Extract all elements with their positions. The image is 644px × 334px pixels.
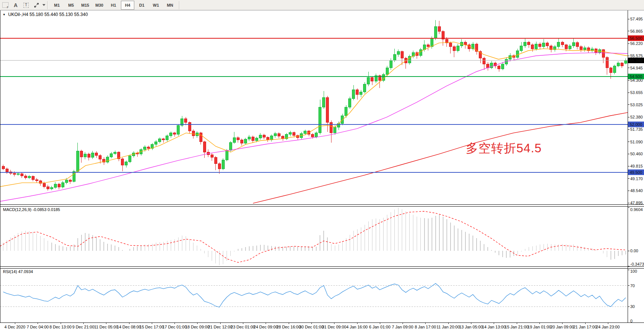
trading-platform-window: F A T M1M5M15M30H1H4D1W1MN ▼ UKOil-,H4 5… — [0, 0, 644, 334]
candle-up — [434, 27, 437, 38]
main-chart-canvas[interactable]: 57.49556.86556.22055.57554.94554.30053.6… — [0, 10, 644, 205]
macd-canvas[interactable]: 0.96040.00-0.3473 — [0, 207, 644, 266]
candle-down — [293, 132, 295, 135]
rsi-axis-label: 70 — [630, 283, 635, 288]
time-axis-label: 15 Dec 17:00 — [140, 325, 164, 329]
toolbar-separator — [47, 1, 48, 9]
candle-up — [65, 180, 68, 183]
level-badge-label: 56.500 — [630, 36, 643, 40]
time-tick-mark — [494, 323, 494, 324]
time-axis-label: 7 Jan 09:00 — [392, 325, 413, 329]
timeframe-button-m1[interactable]: M1 — [50, 1, 64, 10]
candle-up — [170, 133, 172, 136]
time-tick-mark — [403, 323, 403, 324]
time-tick-mark — [448, 323, 449, 324]
time-tick-mark — [83, 323, 84, 324]
candle-up — [367, 77, 370, 84]
text-label-icon[interactable]: T — [21, 1, 31, 9]
candle-up — [524, 42, 526, 46]
candle-down — [192, 131, 195, 136]
timeframe-button-m5[interactable]: M5 — [64, 1, 78, 10]
timeframe-group: M1M5M15M30H1H4D1W1MN — [50, 1, 177, 10]
macd-signal-line — [0, 211, 625, 263]
time-axis-label: 15 Jan 21:00 — [505, 325, 529, 329]
time-tick-mark — [334, 323, 334, 324]
rsi-canvas[interactable]: 10070300 — [0, 268, 644, 322]
candle-down — [453, 47, 455, 51]
candle-up — [583, 48, 586, 50]
rsi-axis-label: 0 — [630, 319, 632, 322]
candle-up — [393, 55, 396, 60]
candle-down — [203, 142, 206, 152]
candle-up — [166, 136, 169, 140]
time-axis-label: 23 Dec 01:00 — [231, 325, 255, 329]
chart-text-annotation[interactable]: 多空转折54.5 — [466, 140, 542, 157]
panel-divider[interactable] — [0, 266, 644, 267]
candle-down — [99, 155, 102, 159]
time-tick-mark — [311, 323, 312, 324]
price-axis-label: 57.495 — [630, 17, 643, 21]
time-axis-label: 18 Dec 09:00 — [185, 325, 209, 329]
ma-slow-line — [253, 113, 628, 203]
timeframe-button-m15[interactable]: M15 — [79, 1, 92, 10]
candle-down — [528, 42, 530, 45]
candle-down — [121, 159, 124, 165]
candle-up — [274, 133, 276, 136]
candle-down — [173, 133, 176, 134]
candle-down — [237, 138, 239, 140]
candle-down — [621, 63, 623, 66]
time-axis[interactable]: 4 Dec 20207 Dec 04:008 Dec 13:009 Dec 21… — [0, 323, 644, 331]
price-axis-label: 51.735 — [630, 127, 643, 132]
timeframe-button-h4[interactable]: H4 — [121, 1, 134, 10]
cursor-arrows-icon[interactable] — [32, 1, 41, 9]
toolbar-separator — [179, 1, 180, 9]
timeframe-button-h1[interactable]: H1 — [107, 1, 120, 10]
time-axis-label: 4 Jan 16:00 — [346, 325, 368, 329]
time-tick-mark — [585, 323, 586, 324]
collapse-triangle-icon[interactable]: ▼ — [3, 13, 6, 16]
candle-up — [516, 51, 519, 57]
panel-divider[interactable] — [0, 204, 644, 205]
ma-mid-line — [0, 53, 628, 201]
candle-up — [84, 154, 86, 157]
candle-down — [602, 50, 605, 58]
dropdown-caret-icon[interactable] — [42, 4, 45, 6]
timeframe-button-mn[interactable]: MN — [163, 1, 177, 10]
candle-down — [58, 184, 60, 187]
time-tick-mark — [539, 323, 540, 324]
candle-up — [502, 64, 504, 69]
symbol-header: ▼ UKOil-,H4 55.180 55.440 55.130 55.340 — [3, 12, 88, 17]
chart-left-border — [0, 10, 0, 331]
text-a-icon[interactable]: A — [11, 1, 20, 9]
macd-axis-label: -0.3473 — [630, 262, 644, 266]
candle-up — [557, 42, 560, 47]
time-axis-label: 8 Jan 17:00 — [415, 325, 436, 329]
time-tick-mark — [129, 323, 129, 324]
candle-up — [229, 143, 232, 150]
candle-down — [13, 173, 16, 175]
candle-down — [498, 66, 500, 69]
candle-down — [401, 52, 403, 58]
candle-up — [17, 174, 19, 175]
chart-grid-f-icon[interactable]: F — [0, 1, 10, 9]
timeframe-button-d1[interactable]: D1 — [135, 1, 148, 10]
timeframe-button-m30[interactable]: M30 — [93, 1, 106, 10]
candle-up — [61, 183, 64, 187]
candle-up — [248, 137, 250, 139]
time-axis-label: 21 Jan 17:00 — [573, 325, 597, 329]
time-tick-mark — [380, 323, 380, 324]
candle-up — [76, 151, 79, 171]
candle-down — [43, 183, 45, 187]
candle-up — [125, 162, 128, 165]
candle-down — [35, 179, 38, 181]
candle-down — [576, 42, 579, 47]
candle-down — [311, 134, 314, 137]
candle-up — [177, 125, 180, 134]
toolbar: F A T M1M5M15M30H1H4D1W1MN — [0, 0, 644, 10]
price-axis-label: 51.090 — [630, 140, 643, 144]
timeframe-button-w1[interactable]: W1 — [149, 1, 163, 10]
candle-down — [185, 119, 187, 122]
candle-up — [352, 90, 355, 98]
candle-up — [304, 131, 307, 134]
candle-up — [542, 43, 545, 47]
